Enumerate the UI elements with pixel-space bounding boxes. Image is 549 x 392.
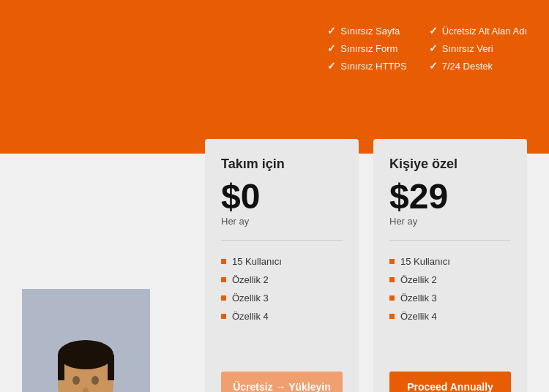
bullet-icon <box>389 314 395 319</box>
check-icon: ✓ <box>327 25 336 37</box>
pricing-cards: Takım için $0 Her ay 15 Kullanıcı Özelli… <box>205 139 527 392</box>
feature-list-item: Özellik 2 <box>389 271 511 289</box>
feature-item: ✓Sınırsız Sayfa <box>327 25 406 37</box>
card-cta-button[interactable]: Ücretsiz → Yükleyin <box>221 372 343 392</box>
feature-list-item: Özellik 2 <box>221 271 343 289</box>
feature-item: ✓Sınırsız HTTPS <box>327 60 406 72</box>
svg-rect-6 <box>108 355 114 380</box>
feature-list-item: Özellik 3 <box>221 289 343 307</box>
card-period: Her ay <box>221 216 343 227</box>
features-col-1: ✓Sınırsız Sayfa✓Sınırsız Form✓Sınırsız H… <box>327 25 406 72</box>
feature-list-item: 15 Kullanıcı <box>389 252 511 271</box>
feature-list-item: Özellik 4 <box>389 307 511 325</box>
feature-list-item: Özellik 3 <box>389 289 511 307</box>
hero-section: ✓Sınırsız Sayfa✓Sınırsız Form✓Sınırsız H… <box>0 0 549 154</box>
svg-point-8 <box>92 376 99 385</box>
check-icon: ✓ <box>429 25 438 37</box>
feature-item: ✓Ücretsiz Alt Alan Adı <box>429 25 527 37</box>
card-title: Takım için <box>221 157 343 172</box>
check-icon: ✓ <box>429 42 438 54</box>
svg-point-4 <box>58 340 113 369</box>
svg-point-7 <box>72 376 80 385</box>
bullet-icon <box>221 295 226 301</box>
card-price: $29 <box>389 179 511 214</box>
card-divider <box>221 240 343 241</box>
check-icon: ✓ <box>429 60 438 72</box>
person-image <box>22 289 150 392</box>
card-title: Kişiye özel <box>389 157 511 172</box>
feature-item: ✓Sınırsız Form <box>327 42 406 54</box>
card-cta-button[interactable]: Proceed Annually <box>389 372 511 392</box>
bullet-icon <box>221 314 226 319</box>
check-icon: ✓ <box>327 60 336 72</box>
bullet-icon <box>389 295 395 301</box>
feature-list-item: 15 Kullanıcı <box>221 252 343 271</box>
bullet-icon <box>389 259 395 264</box>
card-period: Her ay <box>389 216 511 227</box>
card-divider <box>389 240 511 241</box>
features-col-2: ✓Ücretsiz Alt Alan Adı✓Sınırsız Veri✓7/2… <box>429 25 527 72</box>
pricing-card-0: Takım için $0 Her ay 15 Kullanıcı Özelli… <box>205 139 359 392</box>
bullet-icon <box>221 277 226 282</box>
feature-item: ✓7/24 Destek <box>429 60 527 72</box>
svg-rect-5 <box>58 355 64 380</box>
pricing-card-1: Kişiye özel $29 Her ay 15 Kullanıcı Özel… <box>373 139 527 392</box>
card-price: $0 <box>221 179 343 214</box>
feature-list-item: Özellik 4 <box>221 307 343 325</box>
check-icon: ✓ <box>327 42 336 54</box>
bottom-section: Takım için $0 Her ay 15 Kullanıcı Özelli… <box>0 154 549 392</box>
card-features-list: 15 Kullanıcı Özellik 2 Özellik 3 Özellik… <box>221 252 343 357</box>
card-features-list: 15 Kullanıcı Özellik 2 Özellik 3 Özellik… <box>389 252 511 357</box>
bullet-icon <box>389 277 395 282</box>
feature-item: ✓Sınırsız Veri <box>429 42 527 54</box>
bullet-icon <box>221 259 226 264</box>
features-area: ✓Sınırsız Sayfa✓Sınırsız Form✓Sınırsız H… <box>327 25 527 72</box>
